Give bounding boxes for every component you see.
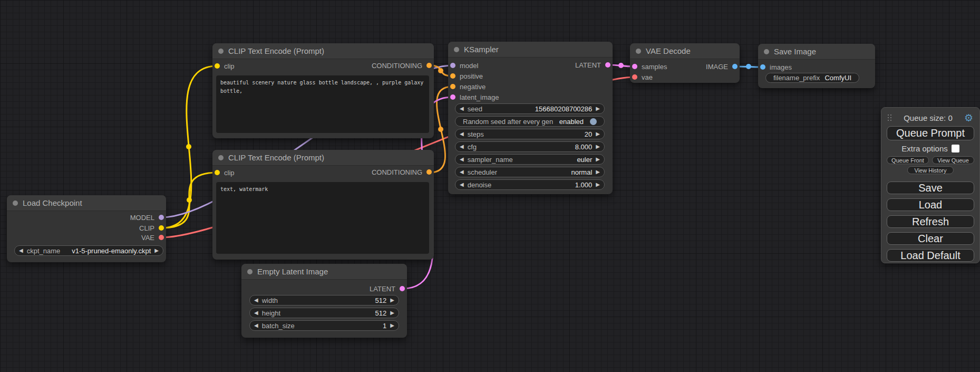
increment-arrow-icon[interactable] — [596, 169, 600, 175]
random-seed-toggle-widget[interactable]: Random seed after every gen enabled — [455, 116, 605, 127]
node-title-bar[interactable]: Empty Latent Image — [241, 264, 407, 280]
seed-widget[interactable]: seed 156680208700286 — [455, 103, 605, 114]
output-slot-conditioning[interactable]: CONDITIONING — [372, 60, 432, 71]
save-button[interactable]: Save — [887, 182, 974, 194]
clear-button[interactable]: Clear — [887, 232, 974, 245]
input-slot-clip[interactable]: clip — [215, 167, 235, 178]
view-queue-button[interactable]: View Queue — [932, 156, 974, 164]
increment-arrow-icon[interactable] — [390, 310, 394, 316]
increment-arrow-icon[interactable] — [154, 248, 159, 253]
latent-output-dot-icon[interactable] — [605, 62, 610, 68]
input-slot-vae[interactable]: vae — [632, 72, 653, 82]
input-slot-latent-image[interactable]: latent_image — [450, 92, 499, 102]
load-button[interactable]: Load — [887, 198, 974, 211]
collapse-dot-icon[interactable] — [764, 49, 769, 54]
node-title-bar[interactable]: CLIP Text Encode (Prompt) — [212, 150, 434, 166]
input-slot-clip[interactable]: clip — [215, 61, 235, 71]
input-slot-model[interactable]: model — [450, 60, 478, 71]
conditioning-output-dot-icon[interactable] — [426, 169, 432, 175]
scheduler-widget[interactable]: scheduler normal — [455, 167, 605, 177]
node-clip-text-encode-negative[interactable]: CLIP Text Encode (Prompt) clip CONDITION… — [212, 150, 434, 260]
load-default-button[interactable]: Load Default — [887, 249, 974, 262]
extra-options-checkbox[interactable] — [952, 145, 959, 152]
decrement-arrow-icon[interactable] — [460, 106, 464, 111]
latent-input-dot-icon[interactable] — [450, 94, 455, 100]
image-output-dot-icon[interactable] — [732, 64, 738, 69]
decrement-arrow-icon[interactable] — [19, 248, 23, 253]
node-title-bar[interactable]: CLIP Text Encode (Prompt) — [212, 43, 434, 59]
height-widget[interactable]: height 512 — [249, 308, 399, 318]
clip-input-dot-icon[interactable] — [215, 63, 220, 69]
refresh-button[interactable]: Refresh — [887, 215, 974, 228]
collapse-dot-icon[interactable] — [636, 49, 641, 54]
node-save-image[interactable]: Save Image images filename_prefix ComfyU… — [758, 44, 875, 88]
decrement-arrow-icon[interactable] — [460, 157, 464, 162]
collapse-dot-icon[interactable] — [247, 269, 253, 274]
input-slot-images[interactable]: images — [760, 62, 792, 72]
node-clip-text-encode-positive[interactable]: CLIP Text Encode (Prompt) clip CONDITION… — [212, 43, 434, 138]
steps-widget[interactable]: steps 20 — [455, 129, 605, 139]
negative-input-dot-icon[interactable] — [450, 84, 455, 89]
samples-input-dot-icon[interactable] — [632, 64, 637, 69]
cfg-widget[interactable]: cfg 8.000 — [455, 141, 605, 152]
increment-arrow-icon[interactable] — [596, 144, 600, 149]
input-slot-negative[interactable]: negative — [450, 81, 486, 92]
node-load-checkpoint[interactable]: Load Checkpoint MODEL CLIP VAE ckpt_name… — [7, 195, 166, 262]
model-output-dot-icon[interactable] — [159, 215, 164, 220]
toggle-enabled-icon[interactable] — [590, 118, 597, 125]
increment-arrow-icon[interactable] — [596, 182, 600, 187]
clip-output-dot-icon[interactable] — [159, 225, 164, 231]
node-title-bar[interactable]: VAE Decode — [630, 43, 740, 59]
node-title-bar[interactable]: KSampler — [448, 42, 613, 58]
decrement-arrow-icon[interactable] — [460, 169, 464, 175]
collapse-dot-icon[interactable] — [218, 49, 224, 54]
batch-size-widget[interactable]: batch_size 1 — [249, 320, 399, 331]
decrement-arrow-icon[interactable] — [254, 298, 258, 303]
width-widget[interactable]: width 512 — [249, 295, 399, 306]
node-graph-canvas[interactable]: Load Checkpoint MODEL CLIP VAE ckpt_name… — [0, 0, 980, 372]
collapse-dot-icon[interactable] — [13, 201, 18, 206]
negative-prompt-textarea[interactable]: text, watermark — [216, 182, 429, 254]
output-slot-model[interactable]: MODEL — [130, 212, 164, 223]
positive-prompt-textarea[interactable]: beautiful scenery nature glass bottle la… — [216, 75, 429, 133]
increment-arrow-icon[interactable] — [390, 323, 394, 328]
collapse-dot-icon[interactable] — [218, 155, 224, 160]
sampler-name-widget[interactable]: sampler_name euler — [455, 154, 605, 165]
clip-input-dot-icon[interactable] — [215, 170, 220, 175]
decrement-arrow-icon[interactable] — [460, 144, 464, 149]
node-title-bar[interactable]: Save Image — [758, 44, 875, 60]
decrement-arrow-icon[interactable] — [254, 323, 258, 328]
node-empty-latent-image[interactable]: Empty Latent Image LATENT width 512 heig… — [241, 264, 407, 338]
view-history-button[interactable]: View History — [907, 166, 954, 174]
denoise-widget[interactable]: denoise 1.000 — [455, 179, 605, 190]
increment-arrow-icon[interactable] — [596, 157, 600, 162]
vae-output-dot-icon[interactable] — [159, 235, 164, 240]
gear-icon[interactable]: ⚙ — [964, 113, 973, 123]
filename-prefix-widget[interactable]: filename_prefix ComfyUI — [765, 73, 859, 83]
node-ksampler[interactable]: KSampler model positive negative latent_… — [448, 42, 613, 194]
input-slot-positive[interactable]: positive — [450, 71, 483, 81]
vae-input-dot-icon[interactable] — [632, 74, 637, 80]
decrement-arrow-icon[interactable] — [460, 131, 464, 137]
increment-arrow-icon[interactable] — [390, 298, 394, 303]
conditioning-output-dot-icon[interactable] — [426, 63, 432, 68]
increment-arrow-icon[interactable] — [596, 131, 600, 137]
output-slot-clip[interactable]: CLIP — [139, 223, 164, 233]
output-slot-latent[interactable]: LATENT — [370, 283, 405, 294]
output-slot-image[interactable]: IMAGE — [706, 61, 738, 72]
increment-arrow-icon[interactable] — [596, 106, 600, 111]
output-slot-conditioning[interactable]: CONDITIONING — [372, 167, 432, 177]
queue-front-button[interactable]: Queue Front — [887, 156, 929, 164]
positive-input-dot-icon[interactable] — [450, 73, 455, 79]
ckpt-name-widget[interactable]: ckpt_name v1-5-pruned-emaonly.ckpt — [14, 245, 163, 256]
images-input-dot-icon[interactable] — [760, 64, 765, 70]
node-vae-decode[interactable]: VAE Decode samples vae IMAGE — [630, 43, 740, 83]
node-title-bar[interactable]: Load Checkpoint — [7, 195, 166, 211]
latent-output-dot-icon[interactable] — [400, 286, 405, 291]
queue-prompt-button[interactable]: Queue Prompt — [887, 126, 974, 140]
model-input-dot-icon[interactable] — [450, 63, 455, 68]
output-slot-vae[interactable]: VAE — [141, 232, 164, 243]
drag-handle-icon[interactable] — [888, 115, 892, 121]
input-slot-samples[interactable]: samples — [632, 61, 667, 72]
output-slot-latent[interactable]: LATENT — [575, 60, 610, 70]
